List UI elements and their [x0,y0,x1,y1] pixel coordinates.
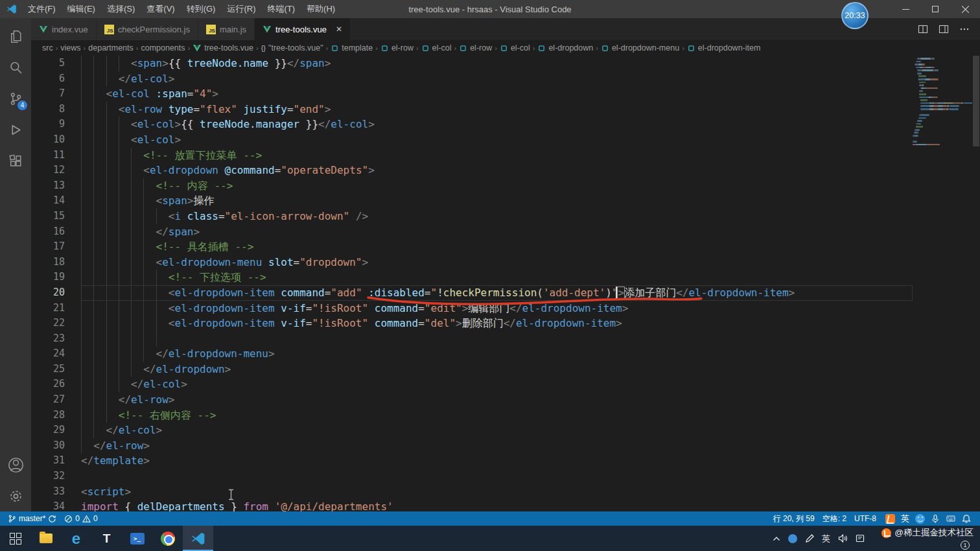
layout-icon[interactable] [939,24,949,34]
taskbar-edge[interactable]: e [61,526,91,551]
code-line-21[interactable]: <el-dropdown-item v-if="!isRoot" command… [81,301,913,316]
menu-item-6[interactable]: 终端(T) [261,0,301,18]
smiley-icon[interactable] [915,514,925,524]
line-number-28[interactable]: 28 [31,408,65,423]
breadcrumb-item-el-col[interactable]: el-col [421,43,452,53]
line-number-16[interactable]: 16 [31,224,65,240]
line-number-34[interactable]: 34 [31,499,65,511]
code-line-7[interactable]: <el-col :span="4"> [81,86,913,102]
line-number-9[interactable]: 9 [31,117,65,132]
line-number-14[interactable]: 14 [31,193,65,209]
account-icon[interactable] [0,449,31,480]
line-number-17[interactable]: 17 [31,239,65,255]
problems-indicator[interactable]: 0 0 [60,511,101,526]
tray-app-icon[interactable] [788,534,797,543]
line-number-11[interactable]: 11 [31,148,65,163]
code-line-20[interactable]: <el-dropdown-item command="add" :disable… [81,285,913,301]
breadcrumb-item-tree-tools.vue[interactable]: {}"tree-tools.vue" [261,43,323,53]
code-line-24[interactable]: </el-dropdown-menu> [81,346,913,362]
code-line-10[interactable]: <el-col> [81,132,913,148]
code-line-28[interactable]: <!-- 右侧内容 --> [81,408,913,423]
line-number-12[interactable]: 12 [31,163,65,178]
breadcrumb-item-el-dropdown-menu[interactable]: el-dropdown-menu [601,43,679,53]
code-line-25[interactable]: </el-dropdown> [81,362,913,377]
code-area[interactable]: <span>{{ treeNode.name }}</span></el-col… [81,56,913,511]
line-number-31[interactable]: 31 [31,453,65,469]
line-number-10[interactable]: 10 [31,132,65,148]
breadcrumb-item-src[interactable]: src [42,43,53,53]
breadcrumb-item-el-row[interactable]: el-row [459,43,492,53]
menu-item-3[interactable]: 查看(V) [141,0,180,18]
code-line-5[interactable]: <span>{{ treeNode.name }}</span> [81,56,913,71]
breadcrumb-item-template[interactable]: template [331,43,373,53]
indentation-indicator[interactable]: 空格: 2 [819,511,850,526]
line-number-23[interactable]: 23 [31,331,65,347]
line-number-5[interactable]: 5 [31,56,65,71]
line-number-19[interactable]: 19 [31,270,65,285]
line-number-22[interactable]: 22 [31,316,65,331]
code-line-12[interactable]: <el-dropdown @command="operateDepts"> [81,163,913,178]
explorer-icon[interactable] [0,21,31,52]
line-number-29[interactable]: 29 [31,423,65,438]
breadcrumb-item-el-dropdown-item[interactable]: el-dropdown-item [687,43,761,53]
action-center-icon[interactable] [856,534,865,543]
code-line-19[interactable]: <!-- 下拉选项 --> [81,270,913,285]
line-number-15[interactable]: 15 [31,209,65,224]
line-number-30[interactable]: 30 [31,438,65,454]
source-control-icon[interactable]: 4 [0,83,31,114]
code-line-22[interactable]: <el-dropdown-item v-if="!isRoot" command… [81,316,913,331]
taskbar-powershell[interactable]: >_ [122,526,152,551]
scrollbar-thumb[interactable] [973,56,979,147]
line-number-13[interactable]: 13 [31,178,65,194]
line-number-32[interactable]: 32 [31,469,65,484]
tab-checkPermission.js[interactable]: JScheckPermission.js [97,18,198,40]
breadcrumb-item-departments[interactable]: departments [88,43,133,53]
bell-icon[interactable] [962,514,971,524]
code-line-30[interactable]: </el-row> [81,438,913,454]
minimize-button[interactable] [891,0,920,18]
mic-icon[interactable] [931,514,940,524]
pen-icon[interactable] [805,534,814,543]
line-number-21[interactable]: 21 [31,301,65,316]
taskbar-file-explorer[interactable] [30,526,61,551]
code-line-9[interactable]: <el-col>{{ treeNode.manager }}</el-col> [81,117,913,132]
menu-item-5[interactable]: 运行(R) [221,0,261,18]
code-line-8[interactable]: <el-row type="flex" justify="end"> [81,102,913,117]
taskbar-chrome[interactable] [152,526,183,551]
code-line-33[interactable]: <script> [81,484,913,500]
menu-item-7[interactable]: 帮助(H) [301,0,341,18]
code-line-17[interactable]: <!-- 具名插槽 --> [81,239,913,255]
menu-item-1[interactable]: 编辑(E) [62,0,101,18]
tab-tree-tools.vue[interactable]: tree-tools.vue✕ [255,18,351,40]
line-number-6[interactable]: 6 [31,71,65,87]
editor-scrollbar[interactable] [972,56,980,511]
tab-index.vue[interactable]: index.vue [31,18,97,40]
line-number-18[interactable]: 18 [31,255,65,270]
code-line-16[interactable]: </span> [81,224,913,240]
line-number-24[interactable]: 24 [31,346,65,362]
more-actions-icon[interactable] [959,24,970,34]
encoding-indicator[interactable]: UTF-8 [850,511,880,526]
search-icon[interactable] [0,52,31,83]
code-line-14[interactable]: <span>操作 [81,193,913,209]
ime-indicator[interactable]: 英 [901,513,909,524]
menu-item-2[interactable]: 选择(S) [101,0,141,18]
line-number-26[interactable]: 26 [31,377,65,392]
branch-indicator[interactable]: master* [4,511,60,526]
line-number-7[interactable]: 7 [31,86,65,102]
tray-expand-icon[interactable] [773,536,780,541]
tab-main.js[interactable]: JSmain.js [198,18,255,40]
taskbar-t-app[interactable]: T [91,526,122,551]
code-line-23[interactable] [81,331,913,347]
breadcrumb-item-tree-tools.vue[interactable]: tree-tools.vue [192,43,253,53]
code-line-31[interactable]: </template> [81,453,913,469]
breadcrumb-item-el-row[interactable]: el-row [380,43,414,53]
breadcrumb-item-el-col[interactable]: el-col [500,43,530,53]
breadcrumb-item-components[interactable]: components [141,43,185,53]
close-button[interactable] [950,0,980,18]
menu-item-0[interactable]: 文件(F) [22,0,62,18]
line-number-gutter[interactable]: 5678910111213141516171819202122232425262… [31,56,81,511]
code-line-15[interactable]: <i class="el-icon-arrow-down" /> [81,209,913,224]
menu-item-4[interactable]: 转到(G) [181,0,222,18]
line-number-25[interactable]: 25 [31,362,65,377]
